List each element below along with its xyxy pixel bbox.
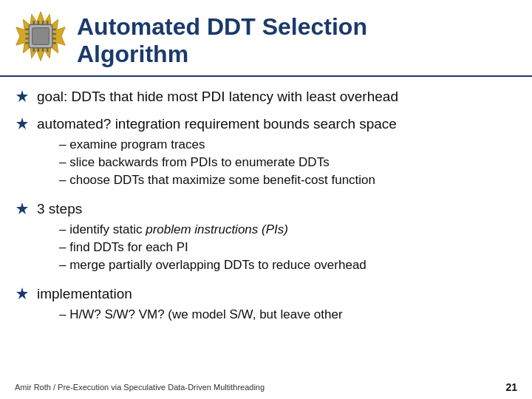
chip-icon [15,10,66,62]
title-line1: Automated DDT Selection [77,13,367,41]
slide-header: Automated DDT Selection Algorithm [0,0,532,77]
bullet-content-4: implementation H/W? S/W? VM? (we model S… [37,284,343,327]
sub-bullets-2: examine program traces slice backwards f… [59,136,397,188]
svg-marker-22 [16,202,28,214]
svg-marker-20 [16,90,28,102]
sub-bullets-3: identify static problem instructions (PI… [59,221,366,273]
svg-rect-6 [25,42,29,44]
bullet-star-icon-4 [15,287,30,304]
slide-content: goal: DDTs that hide most PDI latency wi… [0,87,532,327]
svg-marker-21 [16,117,28,129]
svg-rect-13 [42,21,44,24]
bullet-star-icon-1 [15,89,30,107]
bullet-item-3: 3 steps identify static problem instruct… [15,200,510,277]
svg-rect-12 [38,21,40,24]
svg-rect-5 [25,38,29,40]
svg-rect-10 [52,42,56,44]
sub-bullet-2-2: slice backwards from PDIs to enumerate D… [59,154,397,171]
svg-rect-17 [42,48,44,52]
bullet-item-4: implementation H/W? S/W? VM? (we model S… [15,284,510,327]
svg-rect-14 [47,21,49,24]
bullet-item-2: automated? integration requirement bound… [15,115,510,192]
title-line2: Algorithm [77,41,367,68]
bullet-text-3: 3 steps [37,200,366,219]
sub-bullet-3-2: find DDTs for each PI [59,239,366,256]
bullet-star-icon-2 [15,117,30,134]
sub-bullet-3-1: identify static problem instructions (PI… [59,221,366,239]
sub-bullet-2-1: examine program traces [59,136,397,154]
slide-footer: Amir Roth / Pre-Execution via Speculativ… [0,381,532,393]
bullet-text-1: goal: DDTs that hide most PDI latency wi… [37,87,398,106]
bullet-content-2: automated? integration requirement bound… [37,115,397,192]
sub-bullet-2-3: choose DDTs that maximize some benefit-c… [59,171,397,189]
bullet-text-4: implementation [37,284,343,304]
bullet-text-2: automated? integration requirement bound… [37,115,397,134]
slide-container: Automated DDT Selection Algorithm goal: … [0,0,532,399]
footer-citation: Amir Roth / Pre-Execution via Speculativ… [15,383,265,392]
slide-title: Automated DDT Selection Algorithm [77,13,367,68]
svg-rect-9 [52,38,56,40]
bullet-item-1: goal: DDTs that hide most PDI latency wi… [15,87,510,107]
svg-rect-16 [38,48,40,52]
svg-marker-23 [16,287,28,299]
svg-rect-11 [33,21,35,24]
sub-bullets-4: H/W? S/W? VM? (we model S/W, but leave o… [59,306,343,324]
page-number: 21 [505,381,517,393]
svg-rect-2 [33,28,50,45]
bullet-content-3: 3 steps identify static problem instruct… [37,200,366,277]
bullet-star-icon-3 [15,202,30,219]
sub-bullet-3-3: merge partially overlapping DDTs to redu… [59,256,366,274]
sub-bullet-4-1: H/W? S/W? VM? (we model S/W, but leave o… [59,306,343,324]
